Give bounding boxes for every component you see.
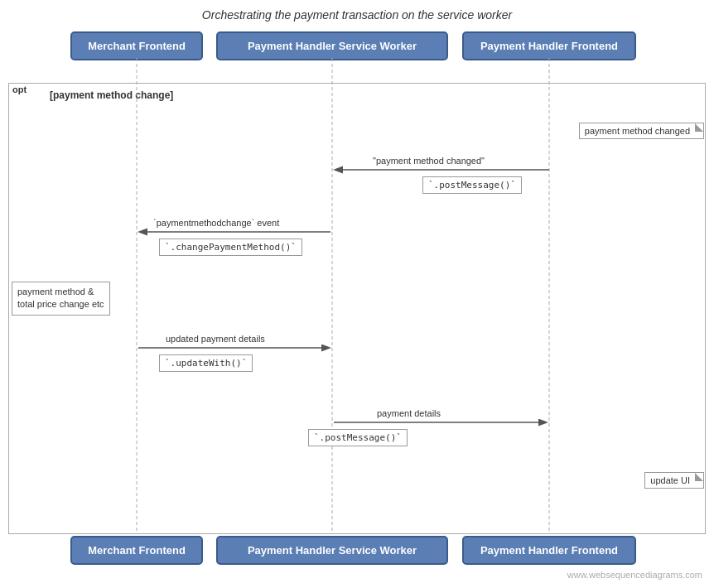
footer-frontend: Payment Handler Frontend [462, 536, 636, 565]
method-post-message-2: `.postMessage()` [308, 429, 408, 446]
method-update-with: `.updateWith()` [159, 354, 253, 372]
header-sw: Payment Handler Service Worker [216, 31, 448, 60]
watermark: www.websequencediagrams.com [567, 570, 702, 580]
note-payment-method-changed: payment method changed [579, 123, 704, 139]
header-merchant: Merchant Frontend [70, 31, 203, 60]
footer-sw: Payment Handler Service Worker [216, 536, 448, 565]
diagram-container: Orchestrating the payment transaction on… [0, 0, 714, 588]
method-post-message-1: `.postMessage()` [422, 176, 522, 194]
footer-merchant: Merchant Frontend [70, 536, 203, 565]
diagram-title: Orchestrating the payment transaction on… [0, 0, 714, 22]
note-payment-method-total: payment method & total price change etc [12, 282, 110, 316]
opt-condition: [payment method change] [50, 89, 173, 101]
opt-box [8, 83, 706, 534]
opt-label: opt [8, 83, 30, 95]
method-change-payment: `.changePaymentMethod()` [159, 239, 302, 256]
header-frontend: Payment Handler Frontend [462, 31, 636, 60]
note-update-ui: update UI [644, 472, 704, 489]
